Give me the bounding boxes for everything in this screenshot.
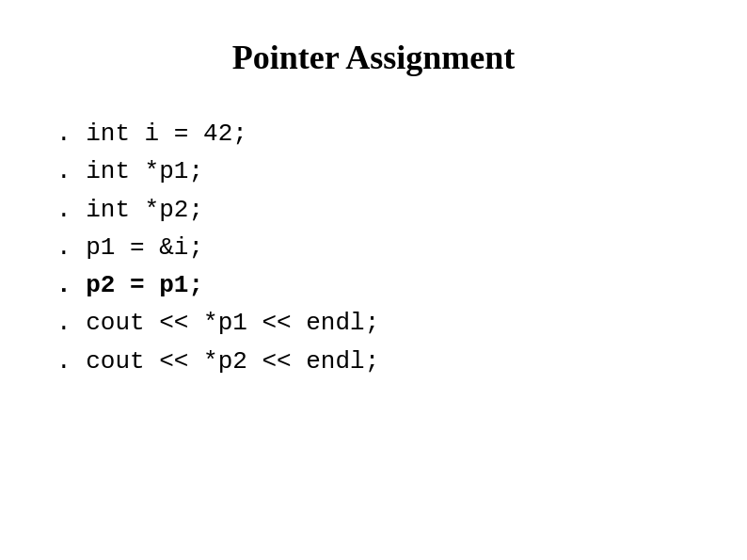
code-line-4: . p1 = &i;	[56, 229, 747, 266]
code-line-3: . int *p2;	[56, 191, 747, 229]
code-line-1: . int i = 42;	[56, 115, 747, 152]
dot-prefix-5: .	[56, 271, 72, 299]
code-line-6: . cout << *p1 << endl;	[56, 304, 747, 342]
dot-prefix-3: .	[56, 196, 72, 224]
dot-prefix-2: .	[56, 157, 72, 185]
code-line-5: . p2 = p1;	[56, 266, 747, 304]
dot-prefix-6: .	[56, 309, 72, 337]
code-line-7: . cout << *p2 << endl;	[56, 343, 747, 380]
dot-prefix-1: .	[56, 120, 72, 148]
page: Pointer Assignment . int i = 42; . int *…	[0, 0, 747, 560]
page-title: Pointer Assignment	[232, 38, 515, 77]
code-block: . int i = 42; . int *p1; . int *p2; . p1…	[0, 115, 747, 380]
dot-prefix-7: .	[56, 347, 72, 376]
code-line-2: . int *p1;	[56, 152, 747, 190]
dot-prefix-4: .	[56, 233, 72, 262]
